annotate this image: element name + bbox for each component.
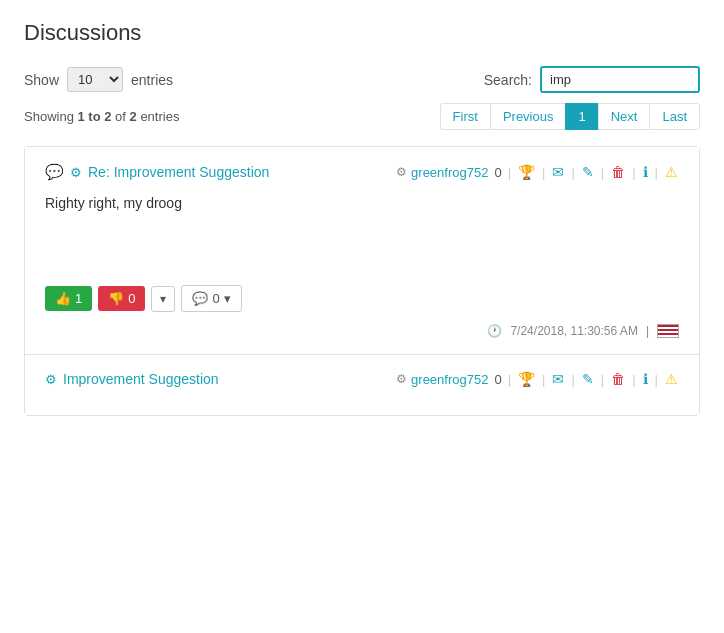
comment-button[interactable]: 💬 0 ▾ [181, 285, 241, 312]
score: 0 [494, 165, 501, 180]
comment-icon: 💬 [192, 291, 208, 306]
gear-icon: ⚙ [45, 372, 57, 387]
info-icon[interactable]: ℹ [643, 371, 648, 387]
discussion-title: 💬 ⚙ Re: Improvement Suggestion [45, 163, 269, 181]
discussion-footer: 🕐 7/24/2018, 11:30:56 AM | [45, 324, 679, 338]
trash-icon[interactable]: 🗑 [611, 371, 625, 387]
show-label: Show [24, 72, 59, 88]
warning-icon[interactable]: ⚠ [665, 164, 678, 180]
downvote-count: 0 [128, 291, 135, 306]
page-title: Discussions [24, 20, 700, 46]
first-page-button[interactable]: First [440, 103, 490, 130]
entries-label: entries [131, 72, 173, 88]
next-page-button[interactable]: Next [598, 103, 650, 130]
info-icon[interactable]: ℹ [643, 164, 648, 180]
discussion-item: ⚙ Improvement Suggestion ⚙ greenfrog752 … [25, 355, 699, 415]
user-gear-icon: ⚙ [396, 372, 407, 386]
last-page-button[interactable]: Last [649, 103, 700, 130]
message-icon[interactable]: ✉ [552, 371, 564, 387]
discussion-body: Righty right, my droog [45, 193, 679, 273]
showing-text: Showing 1 to 2 of 2 entries [24, 109, 179, 124]
message-icon[interactable]: ✉ [552, 164, 564, 180]
discussion-item: 💬 ⚙ Re: Improvement Suggestion ⚙ greenfr… [25, 147, 699, 355]
chat-icon: 💬 [45, 163, 64, 181]
upvote-button[interactable]: 👍 1 [45, 286, 92, 311]
edit-icon[interactable]: ✎ [582, 164, 594, 180]
previous-page-button[interactable]: Previous [490, 103, 566, 130]
vote-dropdown-button[interactable]: ▾ [151, 286, 175, 312]
discussion-meta: ⚙ greenfrog752 0 | 🏆 | ✉ | ✎ | 🗑 | ℹ | ⚠ [396, 164, 679, 180]
discussion-actions: 👍 1 👎 0 ▾ 💬 0 ▾ [45, 285, 679, 312]
user-gear-icon: ⚙ [396, 165, 407, 179]
flag-icon [657, 324, 679, 338]
clock-icon: 🕐 [487, 324, 502, 338]
discussion-title: ⚙ Improvement Suggestion [45, 371, 219, 387]
upvote-count: 1 [75, 291, 82, 306]
score: 0 [494, 372, 501, 387]
show-entries-control: Show 10 25 50 100 entries [24, 67, 173, 92]
timestamp: 7/24/2018, 11:30:56 AM [510, 324, 637, 338]
thumbs-down-icon: 👎 [108, 291, 124, 306]
edit-icon[interactable]: ✎ [582, 371, 594, 387]
page-1-button[interactable]: 1 [565, 103, 597, 130]
separator: | [646, 324, 649, 338]
username: greenfrog752 [411, 372, 488, 387]
discussion-header: ⚙ Improvement Suggestion ⚙ greenfrog752 … [45, 371, 679, 387]
pagination: First Previous 1 Next Last [440, 103, 700, 130]
trophy-icon[interactable]: 🏆 [518, 371, 535, 387]
trophy-icon[interactable]: 🏆 [518, 164, 535, 180]
discussions-container: 💬 ⚙ Re: Improvement Suggestion ⚙ greenfr… [24, 146, 700, 416]
downvote-button[interactable]: 👎 0 [98, 286, 145, 311]
entries-select[interactable]: 10 25 50 100 [67, 67, 123, 92]
gear-icon: ⚙ [70, 165, 82, 180]
comment-count: 0 [212, 291, 219, 306]
search-box: Search: [484, 66, 700, 93]
search-input[interactable] [540, 66, 700, 93]
trash-icon[interactable]: 🗑 [611, 164, 625, 180]
discussion-header: 💬 ⚙ Re: Improvement Suggestion ⚙ greenfr… [45, 163, 679, 181]
warning-icon[interactable]: ⚠ [665, 371, 678, 387]
discussion-link[interactable]: Improvement Suggestion [63, 371, 219, 387]
comment-caret: ▾ [224, 291, 231, 306]
username: greenfrog752 [411, 165, 488, 180]
search-label: Search: [484, 72, 532, 88]
discussion-link[interactable]: Re: Improvement Suggestion [88, 164, 269, 180]
thumbs-up-icon: 👍 [55, 291, 71, 306]
discussion-meta: ⚙ greenfrog752 0 | 🏆 | ✉ | ✎ | 🗑 | ℹ | ⚠ [396, 371, 679, 387]
